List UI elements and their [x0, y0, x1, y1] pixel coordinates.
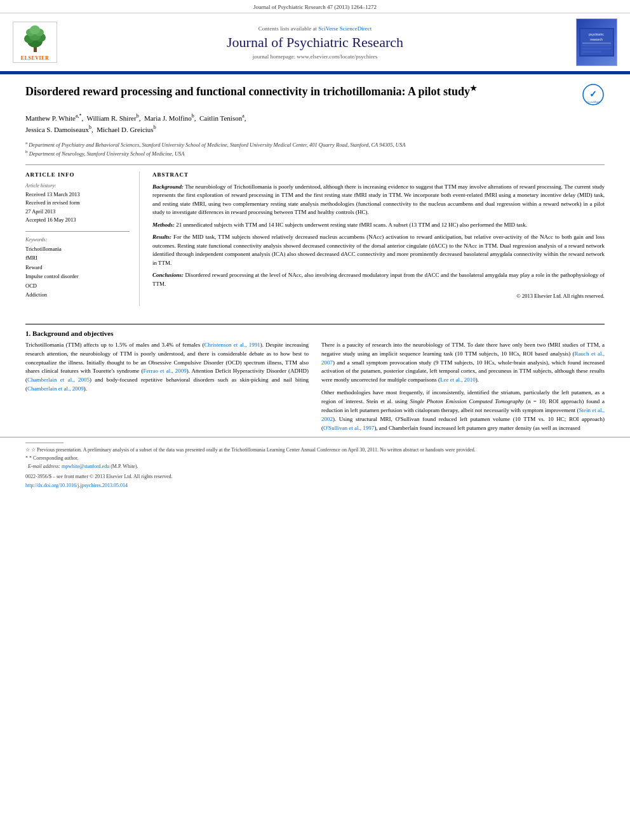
article-info-col: ARTICLE INFO Article history: Received 1… — [25, 171, 140, 306]
abstract-label-heading: ABSTRACT — [152, 171, 605, 178]
star-footnote-text: ☆ Previous presentation. A preliminary a… — [31, 447, 476, 453]
article-title: Disordered reward processing and functio… — [25, 84, 576, 99]
journal-center: Contents lists available at SciVerse Sci… — [64, 25, 566, 60]
author-3: Maria J. Molfino — [144, 114, 192, 122]
svg-rect-15 — [582, 51, 601, 53]
asterisk-footnote: * * Corresponding author. — [25, 455, 605, 463]
abstract-methods: Methods: 21 unmedicated subjects with TT… — [152, 221, 605, 230]
journal-header: ELSEVIER Contents lists available at Sci… — [0, 13, 630, 72]
email-link[interactable]: mpwhite@stanford.edu — [62, 463, 109, 469]
svg-text:CrossMark: CrossMark — [586, 100, 601, 103]
sciverse-anchor[interactable]: SciVerse ScienceDirect — [318, 25, 372, 32]
author-1: Matthew P. White — [25, 114, 76, 122]
article-content: Disordered reward processing and functio… — [0, 74, 630, 319]
abstract-results: Results: For the MID task, TTM subjects … — [152, 233, 605, 267]
corresponding-author-text: * Corresponding author. — [29, 455, 79, 461]
keywords-label: Keywords: — [25, 237, 130, 243]
body-two-col: Trichotillomania (TTM) affects up to 1.5… — [25, 341, 605, 437]
conclusions-label: Conclusions: — [152, 272, 184, 278]
ref-rauch[interactable]: Rauch et al., 2007 — [321, 350, 605, 366]
affiliations: a Department of Psychiatry and Behaviora… — [25, 140, 605, 158]
crossmark-icon: ✓ CrossMark — [582, 84, 605, 106]
journal-thumb: psychiatric research — [576, 18, 617, 66]
article-info-abstract: ARTICLE INFO Article history: Received 1… — [25, 171, 605, 306]
article-title-section: Disordered reward processing and functio… — [25, 84, 605, 106]
conclusions-text: Disordered reward processing at the leve… — [152, 272, 605, 287]
body-right-col: There is a paucity of research into the … — [321, 341, 605, 437]
revised-date: Received in revised form27 April 2013 — [25, 199, 130, 216]
keyword-3: Reward — [25, 263, 130, 272]
elsevier-tree-icon — [18, 23, 53, 54]
ref-chamberlain-2009[interactable]: Chamberlain et al., 2009 — [27, 385, 84, 392]
footnote-section: ☆ ☆ Previous presentation. A preliminary… — [0, 437, 630, 493]
elsevier-label: ELSEVIER — [21, 55, 49, 61]
keyword-4: Impulse control disorder — [25, 272, 130, 281]
ref-christenson[interactable]: Christenson et al., 1991 — [204, 342, 260, 348]
svg-rect-13 — [582, 44, 611, 46]
history-label: Article history: — [25, 183, 130, 189]
body-para-1: Trichotillomania (TTM) affects up to 1.5… — [25, 341, 309, 394]
journal-logo-right: psychiatric research — [566, 18, 617, 66]
top-bar: Journal of Psychiatric Research 47 (2013… — [0, 0, 630, 13]
authors-line: Matthew P. Whitea,*, William R. Shirerb,… — [25, 112, 605, 136]
author-6: Michael D. Greicius — [97, 126, 154, 133]
footnote-rule — [25, 443, 64, 443]
journal-title: Journal of Psychiatric Research — [70, 34, 560, 51]
abstract-background: Background: The neurobiology of Trichoti… — [152, 183, 605, 217]
email-footnote: E-mail address: mpwhite@stanford.edu (M.… — [25, 463, 605, 471]
ref-lee[interactable]: Lee et al., 2010 — [440, 377, 476, 383]
page-wrapper: Journal of Psychiatric Research 47 (2013… — [0, 0, 630, 493]
title-text: Disordered reward processing and functio… — [25, 85, 470, 98]
elsevier-box: ELSEVIER — [13, 22, 57, 63]
author-4: Caitlin Tenison — [199, 114, 242, 122]
background-label: Background: — [152, 183, 184, 190]
star-footnote: ☆ ☆ Previous presentation. A preliminary… — [25, 446, 605, 455]
cover-image-icon: psychiatric research — [579, 28, 614, 57]
ref-stein-2002[interactable]: Stein et al., 2002 — [321, 407, 605, 422]
info-divider — [25, 231, 130, 232]
elsevier-logo-left: ELSEVIER — [13, 22, 64, 63]
svg-rect-14 — [582, 48, 611, 50]
svg-text:✓: ✓ — [589, 90, 597, 99]
svg-text:psychiatric: psychiatric — [589, 32, 604, 36]
results-label: Results: — [152, 234, 171, 240]
keywords-block: Keywords: Trichotillomania fMRI Reward I… — [25, 237, 130, 300]
section1-heading: 1. Background and objectives — [25, 330, 605, 337]
methods-text: 21 unmedicated subjects with TTM and 14 … — [176, 222, 527, 228]
journal-citation: Journal of Psychiatric Research 47 (2013… — [253, 4, 377, 10]
body-divider — [25, 324, 605, 324]
sciverse-link: Contents lists available at SciVerse Sci… — [70, 25, 560, 32]
article-info-label: ARTICLE INFO — [25, 171, 130, 178]
section-divider-1 — [25, 164, 605, 165]
title-star: ★ — [470, 84, 477, 93]
keyword-5: OCD — [25, 281, 130, 290]
crossmark-badge[interactable]: ✓ CrossMark — [582, 84, 605, 106]
received-date: Received 13 March 2013 — [25, 190, 130, 199]
background-text: The neurobiology of Trichotillomania is … — [152, 183, 605, 216]
keyword-6: Addiction — [25, 290, 130, 299]
doi-link[interactable]: http://dx.doi.org/10.1016/j.jpsychires.2… — [25, 483, 605, 488]
body-para-2: There is a paucity of research into the … — [321, 341, 605, 385]
methods-label: Methods: — [152, 222, 175, 228]
body-content: 1. Background and objectives Trichotillo… — [0, 330, 630, 437]
ref-ferrao[interactable]: Ferrao et al., 2009 — [143, 368, 186, 374]
ref-chamberlain-2005[interactable]: Chamberlain et al., 2005 — [27, 377, 90, 383]
body-para-3: Other methodologies have most frequently… — [321, 389, 605, 433]
abstract-conclusions: Conclusions: Disordered reward processin… — [152, 271, 605, 288]
ref-osullivan[interactable]: O'Sullivan et al., 1997 — [323, 425, 374, 431]
keyword-2: fMRI — [25, 253, 130, 262]
svg-text:research: research — [590, 37, 603, 41]
accepted-date: Accepted 16 May 2013 — [25, 216, 130, 225]
body-left-col: Trichotillomania (TTM) affects up to 1.5… — [25, 341, 309, 437]
svg-point-7 — [30, 25, 40, 34]
issn-footnote: 0022-3956/$ – see front matter © 2013 El… — [25, 473, 605, 481]
author-2: William R. Shirer — [87, 114, 137, 122]
author-5: Jessica S. Damoiseaux — [25, 126, 89, 133]
results-text: For the MID task, TTM subjects showed re… — [152, 234, 605, 266]
copyright-line: © 2013 Elsevier Ltd. All rights reserved… — [152, 292, 605, 300]
article-title-text: Disordered reward processing and functio… — [25, 84, 576, 103]
keyword-1: Trichotillomania — [25, 244, 130, 253]
journal-homepage: journal homepage: www.elsevier.com/locat… — [70, 53, 560, 60]
article-history: Article history: Received 13 March 2013 … — [25, 183, 130, 225]
abstract-section: Background: The neurobiology of Trichoti… — [152, 183, 605, 300]
